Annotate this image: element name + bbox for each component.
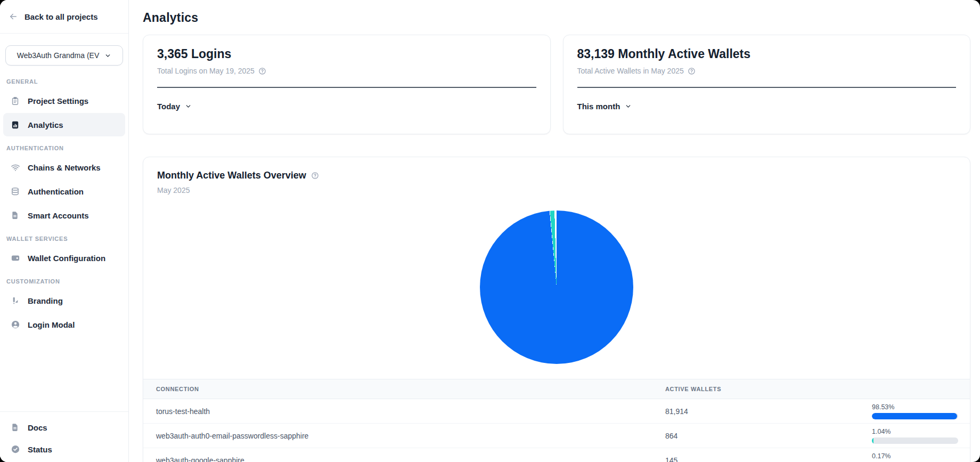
table-row: torus-test-health 81,914 98.53%: [143, 399, 970, 424]
check-circle-icon: [11, 444, 20, 454]
wallets-cell: 864: [665, 432, 872, 440]
active-wallets-card-subtitle: Total Active Wallets in May 2025: [577, 67, 684, 75]
document-icon: [11, 423, 20, 432]
section-label-wallet-services: WALLET SERVICES: [6, 236, 122, 242]
sidebar-item-branding[interactable]: Branding: [3, 289, 125, 312]
clipboard-icon: [11, 96, 20, 106]
percent-label: 1.04%: [872, 428, 958, 435]
sidebar-item-analytics[interactable]: Analytics: [3, 113, 125, 136]
connection-cell: web3auth-auth0-email-passwordless-sapphi…: [156, 432, 665, 440]
main-content: Analytics 3,365 Logins Total Logins on M…: [129, 0, 980, 462]
paintbrush-icon: [11, 296, 20, 305]
logins-card-subtitle: Total Logins on May 19, 2025: [157, 67, 255, 75]
section-label-customization: CUSTOMIZATION: [6, 278, 122, 285]
help-icon[interactable]: [688, 67, 696, 75]
project-selector-dropdown[interactable]: Web3Auth Grandma (EV: [5, 45, 123, 66]
wifi-icon: [11, 163, 20, 172]
help-icon[interactable]: [258, 67, 266, 75]
sidebar-item-label: Branding: [28, 296, 63, 305]
percent-bar-fill: [872, 413, 957, 419]
logins-card-title: 3,365 Logins: [157, 47, 536, 61]
sidebar-item-label: Authentication: [28, 187, 84, 196]
percent-label: 98.53%: [872, 403, 958, 411]
sidebar-item-login-modal[interactable]: Login Modal: [3, 313, 125, 336]
sidebar-item-status[interactable]: Status: [3, 439, 125, 460]
sidebar-footer: Docs Status: [0, 411, 128, 462]
back-to-projects-link[interactable]: Back to all projects: [0, 0, 128, 34]
card-divider: [577, 87, 957, 88]
sidebar-item-label: Status: [28, 445, 52, 454]
column-header-active-wallets: ACTIVE WALLETS: [665, 386, 872, 392]
sidebar-item-label: Chains & Networks: [28, 163, 101, 172]
sidebar-item-label: Wallet Configuration: [28, 254, 105, 263]
active-wallets-card-title: 83,139 Monthly Active Wallets: [577, 47, 957, 61]
percent-cell: 1.04%: [872, 428, 958, 444]
sidebar-item-label: Login Modal: [28, 320, 75, 329]
document-icon: [11, 210, 20, 220]
wallet-icon: [11, 253, 20, 263]
table-row: web3auth-auth0-email-passwordless-sapphi…: [143, 424, 970, 448]
section-label-authentication: AUTHENTICATION: [6, 145, 122, 151]
sidebar-item-authentication[interactable]: Authentication: [3, 180, 125, 203]
page-title: Analytics: [143, 11, 970, 25]
stat-cards-row: 3,365 Logins Total Logins on May 19, 202…: [143, 35, 970, 134]
chevron-down-icon: [625, 103, 632, 110]
active-wallets-card: 83,139 Monthly Active Wallets Total Acti…: [563, 35, 971, 134]
percent-bar-track: [872, 413, 958, 419]
sidebar-item-smart-accounts[interactable]: Smart Accounts: [3, 204, 125, 227]
logins-range-dropdown[interactable]: Today: [157, 102, 192, 111]
help-icon[interactable]: [311, 172, 319, 180]
arrow-left-icon: [9, 12, 18, 21]
back-label: Back to all projects: [24, 12, 98, 21]
overview-subtitle: May 2025: [157, 186, 956, 194]
project-selector-value: Web3Auth Grandma (EV: [17, 51, 100, 60]
percent-bar-track: [872, 437, 958, 444]
database-icon: [11, 187, 20, 196]
sidebar-item-label: Analytics: [28, 120, 63, 129]
active-wallets-range-value: This month: [577, 102, 620, 111]
overview-title: Monthly Active Wallets Overview: [157, 170, 306, 181]
connection-cell: torus-test-health: [156, 407, 665, 416]
chevron-down-icon: [104, 52, 111, 59]
logins-range-value: Today: [157, 102, 180, 111]
percent-cell: 98.53%: [872, 403, 958, 419]
sidebar-item-docs[interactable]: Docs: [3, 417, 125, 438]
percent-bar-fill: [872, 437, 873, 444]
column-header-connection: CONNECTION: [156, 386, 665, 392]
wallets-overview-card: Monthly Active Wallets Overview May 2025…: [143, 157, 970, 462]
sidebar-item-chains-networks[interactable]: Chains & Networks: [3, 156, 125, 179]
logins-card: 3,365 Logins Total Logins on May 19, 202…: [143, 35, 551, 134]
active-wallets-range-dropdown[interactable]: This month: [577, 102, 632, 111]
wallets-cell: 81,914: [665, 407, 872, 416]
sidebar-item-wallet-configuration[interactable]: Wallet Configuration: [3, 246, 125, 270]
sidebar: Back to all projects Web3Auth Grandma (E…: [0, 0, 129, 462]
sidebar-item-label: Project Settings: [28, 96, 88, 106]
percent-label: 0.17%: [872, 452, 958, 460]
sidebar-item-label: Docs: [28, 423, 47, 432]
percent-cell: 0.17%: [872, 452, 958, 462]
chevron-down-icon: [185, 103, 192, 110]
sidebar-item-project-settings[interactable]: Project Settings: [3, 89, 125, 112]
wallets-cell: 145: [665, 456, 872, 462]
sidebar-item-label: Smart Accounts: [28, 211, 88, 220]
app-window: Back to all projects Web3Auth Grandma (E…: [0, 0, 980, 462]
section-label-general: GENERAL: [6, 78, 122, 85]
bar-chart-icon: [11, 120, 20, 129]
card-divider: [157, 87, 536, 88]
maw-pie-chart: [480, 210, 633, 364]
table-row: web3auth-google-sapphire 145 0.17%: [143, 448, 970, 462]
table-header: CONNECTION ACTIVE WALLETS: [143, 379, 970, 399]
user-circle-icon: [11, 320, 20, 329]
connection-cell: web3auth-google-sapphire: [156, 456, 665, 462]
